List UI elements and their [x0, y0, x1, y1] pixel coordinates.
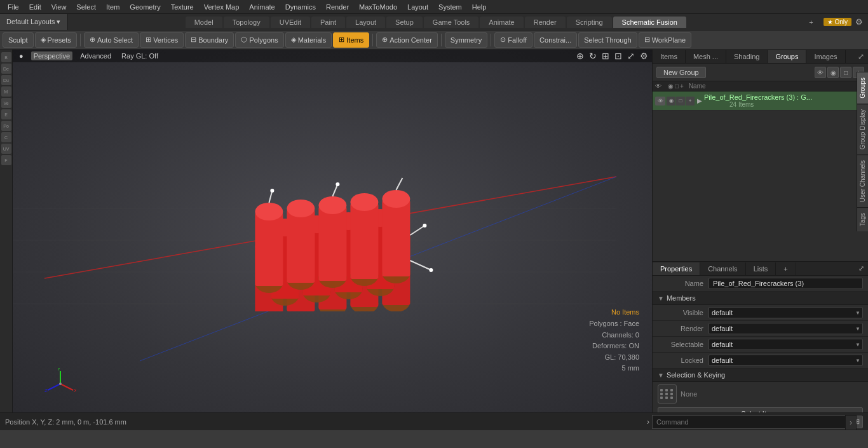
menu-dynamics[interactable]: Dynamics	[280, 2, 321, 12]
tree-icon-lock[interactable]: □	[676, 97, 685, 105]
vp-btn-fit[interactable]: ⊡	[614, 51, 622, 61]
rp-icon-render[interactable]: ◉	[827, 67, 839, 78]
menu-geometry[interactable]: Geometry	[125, 2, 165, 12]
select-items-button[interactable]: Select Items	[658, 407, 863, 412]
panel-expand-arrow[interactable]: ›	[845, 415, 857, 430]
strip-tab-tags[interactable]: Tags	[857, 207, 868, 231]
falloff-button[interactable]: ⊙ Falloff	[494, 32, 532, 48]
left-tool-9[interactable]: UV	[1, 144, 11, 154]
menu-vertex-map[interactable]: Vertex Map	[199, 2, 245, 12]
tab-topology[interactable]: Topology	[224, 17, 269, 28]
only-badge[interactable]: ★ Only	[824, 18, 851, 26]
vertices-button[interactable]: ⊞ Vertices	[140, 32, 184, 48]
menu-select[interactable]: Select	[71, 2, 101, 12]
render-select[interactable]: default	[709, 323, 863, 334]
items-button[interactable]: ⊞ Items	[333, 32, 369, 48]
rp-tab-images[interactable]: Images	[806, 50, 845, 63]
rp-icon-lock[interactable]: □	[840, 67, 851, 78]
new-group-button[interactable]: New Group	[656, 67, 706, 78]
menu-texture[interactable]: Texture	[166, 2, 199, 12]
vp-btn-transform[interactable]: ⊕	[576, 51, 584, 61]
menu-view[interactable]: View	[46, 2, 72, 12]
tab-render[interactable]: Render	[525, 17, 566, 28]
viewport[interactable]: ● Perspective Advanced Ray GL: Off ⊕ ↻ ⊞…	[13, 50, 652, 412]
tree-item-firecrackers[interactable]: 👁 ◉ □ + ▶ Pile_of_Red_Firecrackers (3) :…	[653, 92, 868, 111]
left-tool-7[interactable]: Po	[1, 121, 11, 131]
tab-animate[interactable]: Animate	[480, 17, 523, 28]
menu-edit[interactable]: Edit	[24, 2, 46, 12]
visible-select[interactable]: default	[709, 307, 863, 318]
strip-tab-groups[interactable]: Groups	[857, 72, 868, 104]
tab-uvedit[interactable]: UVEdit	[271, 17, 310, 28]
select-through-button[interactable]: Select Through	[578, 32, 637, 48]
left-tool-10[interactable]: F	[1, 155, 11, 165]
vp-advanced[interactable]: Advanced	[78, 51, 114, 60]
rpb-tab-lists[interactable]: Lists	[746, 262, 776, 275]
left-tool-1[interactable]: B	[1, 52, 11, 62]
action-center-button[interactable]: ⊕ Action Center	[376, 32, 438, 48]
rp-tab-mesh[interactable]: Mesh ...	[686, 50, 726, 63]
auto-select-button[interactable]: ⊕ Auto Select	[84, 32, 139, 48]
rpb-tab-properties[interactable]: Properties	[653, 262, 700, 275]
menu-render[interactable]: Render	[321, 2, 354, 12]
left-tool-5[interactable]: Ve	[1, 98, 11, 108]
rp-tab-groups[interactable]: Groups	[768, 50, 806, 63]
rp-tab-items[interactable]: Items	[653, 50, 686, 63]
tab-game-tools[interactable]: Game Tools	[424, 17, 479, 28]
left-tool-8[interactable]: C	[1, 132, 11, 142]
menu-item[interactable]: Item	[101, 2, 125, 12]
locked-select[interactable]: default	[709, 355, 863, 366]
polygons-button[interactable]: ⬡ Polygons	[235, 32, 283, 48]
members-section[interactable]: ▼ Members	[653, 292, 868, 305]
vp-btn-rotate[interactable]: ↻	[589, 51, 597, 61]
sculpt-button[interactable]: Sculpt	[3, 32, 34, 48]
menu-layout[interactable]: Layout	[402, 2, 433, 12]
boundary-button[interactable]: ⊟ Boundary	[185, 32, 234, 48]
presets-button[interactable]: ◈ Presets	[35, 32, 77, 48]
tab-model[interactable]: Model	[186, 17, 222, 28]
menu-animate[interactable]: Animate	[244, 2, 280, 12]
selectable-select[interactable]: default	[709, 339, 863, 350]
rpb-tab-add[interactable]: +	[776, 262, 796, 275]
menu-system[interactable]: System	[433, 2, 467, 12]
name-input[interactable]	[709, 278, 863, 289]
rp-expand-button[interactable]: ⤢	[854, 50, 868, 64]
vp-perspective[interactable]: Perspective	[31, 51, 72, 60]
vp-ray-gl[interactable]: Ray GL: Off	[119, 51, 161, 60]
tab-scripting[interactable]: Scripting	[567, 17, 612, 28]
tab-paint[interactable]: Paint	[311, 17, 345, 28]
strip-tab-group-display[interactable]: Group Display	[857, 104, 868, 154]
left-tool-6[interactable]: E	[1, 109, 11, 119]
command-input[interactable]	[652, 415, 848, 429]
vp-btn-zoom[interactable]: ⊞	[602, 51, 609, 61]
rp-tab-shading[interactable]: Shading	[726, 50, 768, 63]
tree-icon-add[interactable]: +	[686, 97, 695, 105]
sel-keying-section[interactable]: ▼ Selection & Keying	[653, 369, 868, 382]
rpb-tab-channels[interactable]: Channels	[700, 262, 745, 275]
vp-btn-maximize[interactable]: ⤢	[627, 51, 635, 61]
tab-layout[interactable]: Layout	[346, 17, 385, 28]
left-tool-2[interactable]: De	[1, 64, 11, 74]
layout-dropdown[interactable]: Default Layouts ▾	[0, 14, 68, 30]
constrain-button[interactable]: Constrai...	[534, 32, 577, 48]
left-tool-4[interactable]: M	[1, 86, 11, 97]
tree-expand-icon[interactable]: ▶	[697, 97, 702, 104]
vp-dot[interactable]: ●	[17, 51, 26, 60]
rp-icon-eye[interactable]: 👁	[815, 67, 826, 78]
tab-setup[interactable]: Setup	[386, 17, 423, 28]
strip-tab-user-channels[interactable]: User Channels	[857, 154, 868, 207]
tab-schematic-fusion[interactable]: Schematic Fusion	[613, 17, 686, 28]
symmetry-button[interactable]: Symmetry	[445, 32, 488, 48]
materials-button[interactable]: ◈ Materials	[285, 32, 332, 48]
menu-file[interactable]: File	[3, 2, 24, 12]
tab-add-button[interactable]: +	[804, 17, 818, 28]
left-tool-3[interactable]: Du	[1, 75, 11, 85]
workplane-button[interactable]: ⊟ WorkPlane	[639, 32, 692, 48]
settings-gear-icon[interactable]: ⚙	[855, 17, 863, 27]
vp-btn-settings[interactable]: ⚙	[640, 51, 648, 61]
menu-maxtomodo[interactable]: MaxToModo	[354, 2, 402, 12]
tree-icon-render[interactable]: ◉	[667, 97, 675, 105]
tree-eye-icon[interactable]: 👁	[655, 97, 665, 105]
menu-help[interactable]: Help	[467, 2, 492, 12]
rpb-expand-button[interactable]: ⤢	[855, 262, 868, 275]
